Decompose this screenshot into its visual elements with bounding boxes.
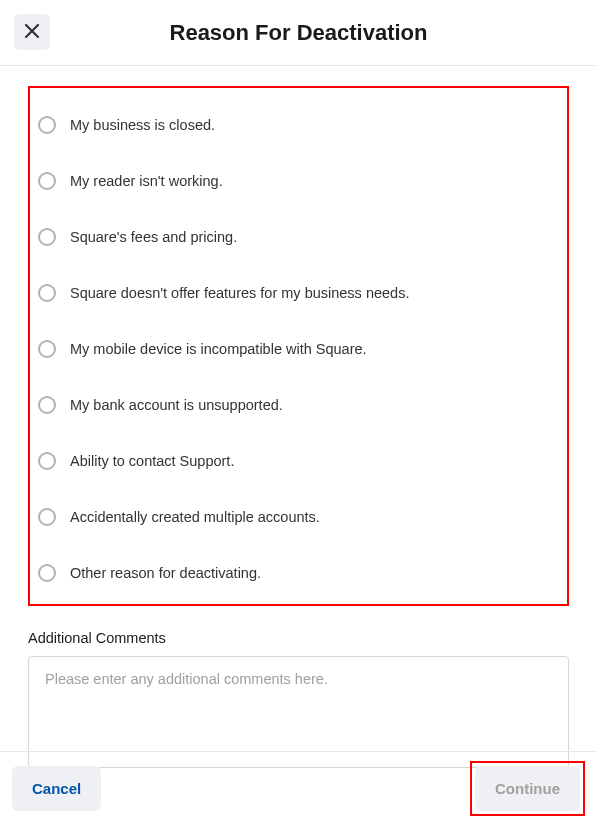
comments-label: Additional Comments xyxy=(28,630,569,646)
radio-icon xyxy=(38,452,56,470)
reason-option[interactable]: My reader isn't working. xyxy=(38,164,559,198)
reasons-list: My business is closed. My reader isn't w… xyxy=(28,86,569,606)
close-button[interactable] xyxy=(14,14,50,50)
reason-label: Square's fees and pricing. xyxy=(70,229,237,245)
close-icon xyxy=(25,24,39,41)
continue-button[interactable]: Continue xyxy=(475,766,580,811)
reason-option[interactable]: My mobile device is incompatible with Sq… xyxy=(38,332,559,366)
reason-option[interactable]: Ability to contact Support. xyxy=(38,444,559,478)
reason-label: My business is closed. xyxy=(70,117,215,133)
radio-icon xyxy=(38,172,56,190)
radio-icon xyxy=(38,284,56,302)
reason-option[interactable]: Accidentally created multiple accounts. xyxy=(38,500,559,534)
modal-footer: Cancel Continue xyxy=(0,751,597,825)
reason-option[interactable]: Square's fees and pricing. xyxy=(38,220,559,254)
radio-icon xyxy=(38,340,56,358)
reason-label: Square doesn't offer features for my bus… xyxy=(70,285,409,301)
reason-option[interactable]: My bank account is unsupported. xyxy=(38,388,559,422)
reason-label: Other reason for deactivating. xyxy=(70,565,261,581)
reason-label: My reader isn't working. xyxy=(70,173,223,189)
content-area: My business is closed. My reader isn't w… xyxy=(0,66,597,772)
radio-icon xyxy=(38,396,56,414)
continue-highlight: Continue xyxy=(470,761,585,816)
radio-icon xyxy=(38,228,56,246)
radio-icon xyxy=(38,564,56,582)
page-title: Reason For Deactivation xyxy=(170,20,428,46)
reason-label: Accidentally created multiple accounts. xyxy=(70,509,320,525)
reason-option[interactable]: Other reason for deactivating. xyxy=(38,556,559,590)
reason-option[interactable]: Square doesn't offer features for my bus… xyxy=(38,276,559,310)
reason-label: Ability to contact Support. xyxy=(70,453,234,469)
radio-icon xyxy=(38,116,56,134)
cancel-button[interactable]: Cancel xyxy=(12,766,101,811)
radio-icon xyxy=(38,508,56,526)
reason-label: My mobile device is incompatible with Sq… xyxy=(70,341,367,357)
reason-label: My bank account is unsupported. xyxy=(70,397,283,413)
reason-option[interactable]: My business is closed. xyxy=(38,108,559,142)
modal-header: Reason For Deactivation xyxy=(0,0,597,66)
